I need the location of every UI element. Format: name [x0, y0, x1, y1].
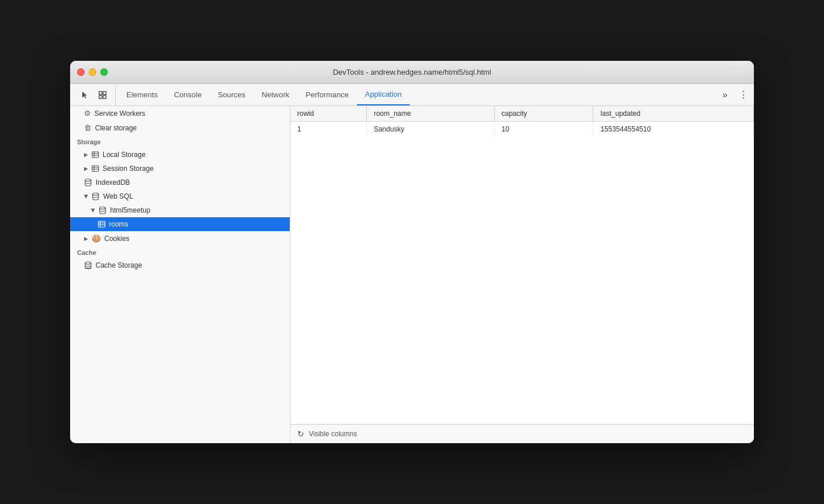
sidebar-item-session-storage[interactable]: ▶ Session Storage [70, 162, 290, 176]
main-panel: rowid room_name capacity last_updated 1S… [290, 106, 754, 443]
traffic-lights [77, 68, 108, 76]
devtools-body: Elements Console Sources Network Perform… [70, 84, 754, 443]
svg-point-19 [85, 262, 91, 264]
svg-rect-2 [99, 96, 102, 98]
sidebar-item-service-workers[interactable]: ⚙ Service Workers [70, 106, 290, 120]
cell-last_updated: 1553544554510 [593, 122, 754, 137]
html5meetup-icon [99, 206, 107, 214]
cache-storage-label: Cache Storage [96, 261, 142, 269]
rooms-icon [98, 221, 105, 228]
titlebar: DevTools - andrew.hedges.name/html5/sql.… [70, 61, 754, 84]
fullscreen-button[interactable] [100, 68, 108, 76]
tab-network[interactable]: Network [254, 84, 298, 105]
sidebar: ⚙ Service Workers 🗑 Clear storage Storag… [70, 106, 290, 443]
cell-capacity: 10 [494, 122, 593, 137]
cookies-icon: 🍪 [92, 234, 101, 243]
svg-rect-3 [103, 96, 106, 98]
service-workers-icon: ⚙ [84, 109, 91, 118]
cell-rowid: 1 [290, 122, 367, 137]
col-rowid: rowid [290, 106, 367, 122]
storage-section-header: Storage [70, 135, 290, 148]
svg-rect-15 [99, 221, 105, 227]
session-storage-label: Session Storage [103, 165, 154, 173]
cache-section-header: Cache [70, 246, 290, 258]
data-table: rowid room_name capacity last_updated 1S… [290, 106, 754, 424]
clear-storage-label: Clear storage [95, 124, 137, 132]
service-workers-label: Service Workers [94, 109, 145, 118]
col-capacity: capacity [494, 106, 593, 122]
sidebar-item-local-storage[interactable]: ▶ Local Storage [70, 148, 290, 162]
tab-performance[interactable]: Performance [297, 84, 356, 105]
minimize-button[interactable] [89, 68, 96, 76]
main-content: ⚙ Service Workers 🗑 Clear storage Storag… [70, 106, 754, 443]
sidebar-item-clear-storage[interactable]: 🗑 Clear storage [70, 120, 290, 135]
sidebar-item-html5meetup[interactable]: ▶ html5meetup [70, 203, 290, 217]
local-storage-label: Local Storage [103, 151, 145, 159]
session-storage-icon [92, 165, 99, 172]
tabs-bar: Elements Console Sources Network Perform… [70, 84, 754, 106]
rooms-label: rooms [109, 220, 128, 228]
sidebar-item-indexeddb[interactable]: IndexedDB [70, 176, 290, 189]
more-tabs-button[interactable]: » [717, 87, 733, 103]
cell-room_name: Sandusky [367, 122, 494, 137]
indexeddb-icon [84, 178, 92, 187]
tab-application[interactable]: Application [357, 84, 410, 105]
close-button[interactable] [77, 68, 85, 76]
rooms-table: rowid room_name capacity last_updated 1S… [290, 106, 754, 137]
table-row: 1Sandusky101553544554510 [290, 122, 754, 137]
col-last-updated: last_updated [593, 106, 754, 122]
svg-point-14 [100, 207, 105, 209]
svg-rect-4 [92, 152, 99, 158]
cookies-label: Cookies [104, 235, 129, 243]
inspect-icon[interactable] [94, 87, 111, 103]
cursor-icon[interactable] [77, 87, 93, 103]
svg-point-13 [93, 193, 99, 195]
local-storage-icon [92, 151, 99, 158]
web-sql-triangle: ▶ [83, 195, 89, 199]
indexeddb-label: IndexedDB [96, 178, 130, 187]
html5meetup-triangle: ▶ [90, 209, 96, 213]
devtools-menu-button[interactable]: ⋮ [735, 87, 752, 103]
tab-icon-group [72, 84, 116, 105]
session-storage-triangle: ▶ [84, 166, 88, 171]
tab-console[interactable]: Console [166, 84, 210, 105]
html5meetup-label: html5meetup [110, 206, 150, 214]
sidebar-item-rooms[interactable]: rooms [70, 217, 290, 231]
sidebar-item-cookies[interactable]: ▶ 🍪 Cookies [70, 231, 290, 246]
refresh-button[interactable]: ↻ [297, 429, 304, 439]
svg-point-12 [85, 179, 91, 181]
web-sql-icon [92, 192, 100, 200]
clear-storage-icon: 🗑 [84, 123, 92, 132]
svg-rect-0 [99, 92, 102, 94]
sidebar-item-cache-storage[interactable]: Cache Storage [70, 258, 290, 272]
visible-columns-label: Visible columns [309, 430, 357, 438]
sidebar-item-web-sql[interactable]: ▶ Web SQL [70, 189, 290, 203]
devtools-window: DevTools - andrew.hedges.name/html5/sql.… [70, 61, 754, 443]
table-footer: ↻ Visible columns [290, 424, 754, 443]
web-sql-label: Web SQL [103, 192, 133, 200]
tab-elements[interactable]: Elements [118, 84, 166, 105]
tab-sources[interactable]: Sources [210, 84, 254, 105]
local-storage-triangle: ▶ [84, 152, 88, 158]
tab-more-group: » ⋮ [717, 87, 752, 103]
cache-storage-icon [84, 261, 92, 269]
col-room-name: room_name [367, 106, 494, 122]
svg-rect-1 [103, 92, 106, 94]
window-title: DevTools - andrew.hedges.name/html5/sql.… [333, 68, 491, 76]
svg-rect-8 [92, 166, 99, 171]
cookies-triangle: ▶ [84, 236, 88, 242]
